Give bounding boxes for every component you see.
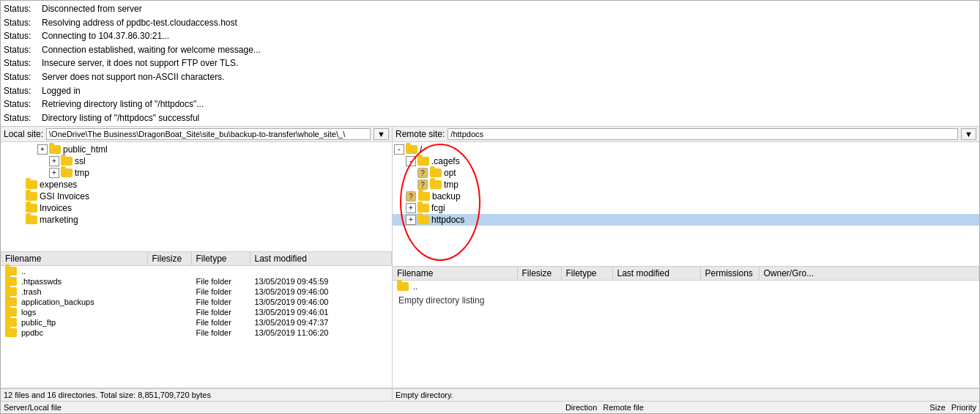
- folder-icon: [417, 204, 429, 212]
- remote-col-owner[interactable]: Owner/Gro...: [759, 267, 979, 281]
- col-filetype[interactable]: Filetype: [191, 252, 250, 266]
- file-size: [147, 297, 191, 307]
- file-modified: 13/05/2019 09:46:00: [250, 287, 392, 297]
- tree-item-label: opt: [444, 168, 456, 178]
- tree-item-ssl[interactable]: + ssl: [1, 155, 392, 167]
- empty-dir-text: Empty directory listing: [393, 292, 979, 308]
- tree-item-tmp-local[interactable]: + tmp: [1, 167, 392, 179]
- question-icon: ?: [406, 191, 416, 202]
- table-row[interactable]: logs File folder 13/05/2019 09:46:01: [1, 307, 392, 317]
- file-modified: 13/05/2019 09:45:59: [250, 276, 392, 287]
- status-line-3: Status: Connecting to 104.37.86.30:21...: [4, 29, 976, 43]
- tree-item-marketing[interactable]: marketing: [1, 214, 392, 226]
- col-lastmodified[interactable]: Last modified: [250, 252, 392, 266]
- tree-toggle[interactable]: +: [49, 168, 59, 178]
- folder-icon: [406, 145, 417, 154]
- status-label-5: Status:: [4, 56, 39, 70]
- local-file-list[interactable]: Filename Filesize Filetype Last modified…: [1, 252, 392, 388]
- local-site-label: Local site:: [4, 129, 43, 139]
- col-filename[interactable]: Filename: [1, 252, 147, 266]
- local-path-input[interactable]: [46, 128, 371, 140]
- table-row[interactable]: ..: [1, 266, 392, 277]
- remote-file-table: Filename Filesize Filetype Last modified…: [393, 267, 979, 292]
- tree-item-opt[interactable]: ? opt: [393, 167, 979, 179]
- queue-server-local-file: Server/Local file: [4, 403, 62, 412]
- local-path-dropdown[interactable]: ▼: [374, 128, 389, 140]
- tree-item-invoices[interactable]: Invoices: [1, 202, 392, 214]
- file-size: [147, 266, 191, 277]
- remote-col-filesize[interactable]: Filesize: [517, 267, 561, 281]
- status-text-3: Connecting to 104.37.86.30:21...: [42, 29, 169, 43]
- right-panel: Remote site: ▼ - / - .cagefs: [393, 127, 979, 388]
- status-text-8: Retrieving directory listing of "/httpdo…: [42, 97, 204, 111]
- queue-remote-file: Remote file: [603, 403, 644, 412]
- remote-path-input[interactable]: [448, 128, 958, 140]
- tree-item-root[interactable]: - /: [393, 144, 979, 155]
- file-size: [147, 317, 191, 328]
- file-modified: 13/05/2019 09:46:01: [250, 307, 392, 317]
- table-row[interactable]: application_backups File folder 13/05/20…: [1, 297, 392, 307]
- file-name: ppdbc: [21, 328, 43, 337]
- folder-icon: [26, 215, 37, 224]
- folder-icon: [26, 204, 37, 212]
- tree-item-gsi-invoices[interactable]: GSI Invoices: [1, 191, 392, 202]
- remote-path-dropdown[interactable]: ▼: [961, 128, 976, 140]
- tree-item-expenses[interactable]: expenses: [1, 179, 392, 191]
- folder-icon: [417, 215, 429, 224]
- file-name: .trash: [21, 287, 42, 296]
- status-label-7: Status:: [4, 84, 39, 98]
- local-site-header: Local site: ▼: [1, 127, 392, 142]
- tree-toggle[interactable]: -: [406, 156, 416, 166]
- folder-icon: [417, 157, 429, 166]
- tree-item-label: tmp: [444, 180, 459, 190]
- tree-item-public_html[interactable]: + public_html: [1, 144, 392, 155]
- table-row[interactable]: public_ftp File folder 13/05/2019 09:47:…: [1, 317, 392, 328]
- question-icon: ?: [417, 168, 428, 178]
- remote-file-list[interactable]: Filename Filesize Filetype Last modified…: [393, 267, 979, 388]
- folder-icon: [418, 192, 430, 201]
- folder-icon: [430, 169, 442, 177]
- tree-toggle[interactable]: -: [394, 144, 404, 155]
- folder-icon: [26, 192, 37, 201]
- remote-col-lastmodified[interactable]: Last modified: [612, 267, 700, 281]
- status-line-7: Status: Logged in: [4, 84, 976, 98]
- tree-toggle[interactable]: +: [406, 215, 416, 225]
- local-summary: 12 files and 16 directories. Total size:…: [1, 389, 393, 401]
- table-row[interactable]: .trash File folder 13/05/2019 09:46:00: [1, 287, 392, 297]
- app-container: Status: Disconnected from server Status:…: [0, 0, 980, 414]
- tree-item-httpdocs[interactable]: + httpdocs: [393, 214, 979, 226]
- status-line-4: Status: Connection established, waiting …: [4, 43, 976, 57]
- queue-priority: Priority: [951, 403, 976, 412]
- local-tree[interactable]: + public_html + ssl + tmp: [1, 142, 392, 252]
- col-filesize[interactable]: Filesize: [147, 252, 191, 266]
- file-name: .htpasswds: [21, 277, 62, 286]
- folder-icon: [5, 328, 17, 337]
- tree-item-backup[interactable]: ? backup: [393, 191, 979, 202]
- tree-item-label: public_html: [63, 144, 108, 155]
- remote-col-filename[interactable]: Filename: [393, 267, 517, 281]
- remote-tree[interactable]: - / - .cagefs ? opt: [393, 142, 979, 267]
- remote-status: Empty directory.: [393, 389, 979, 401]
- file-type: File folder: [191, 328, 250, 338]
- tree-toggle[interactable]: +: [49, 156, 59, 166]
- status-line-8: Status: Retrieving directory listing of …: [4, 97, 976, 111]
- status-label-2: Status:: [4, 16, 39, 30]
- folder-icon: [26, 180, 37, 189]
- remote-col-permissions[interactable]: Permissions: [700, 267, 759, 281]
- table-row[interactable]: ..: [393, 281, 979, 293]
- remote-file-name: ..: [413, 282, 417, 291]
- tree-toggle[interactable]: +: [37, 144, 48, 155]
- tree-item-fcgi[interactable]: + fcgi: [393, 202, 979, 214]
- file-size: [147, 307, 191, 317]
- status-text-6: Server does not support non-ASCII charac…: [42, 70, 224, 84]
- status-text-5: Insecure server, it does not support FTP…: [42, 56, 238, 70]
- table-row[interactable]: .htpasswds File folder 13/05/2019 09:45:…: [1, 276, 392, 287]
- table-row[interactable]: ppdbc File folder 13/05/2019 11:06:20: [1, 328, 392, 338]
- remote-col-filetype[interactable]: Filetype: [561, 267, 612, 281]
- remote-site-label: Remote site:: [396, 129, 445, 139]
- tree-item-label: marketing: [40, 215, 78, 225]
- tree-item-tmp-remote[interactable]: ? tmp: [393, 179, 979, 191]
- tree-item-cagefs[interactable]: - .cagefs: [393, 155, 979, 167]
- tree-item-label: tmp: [75, 168, 89, 178]
- tree-toggle[interactable]: +: [406, 203, 416, 213]
